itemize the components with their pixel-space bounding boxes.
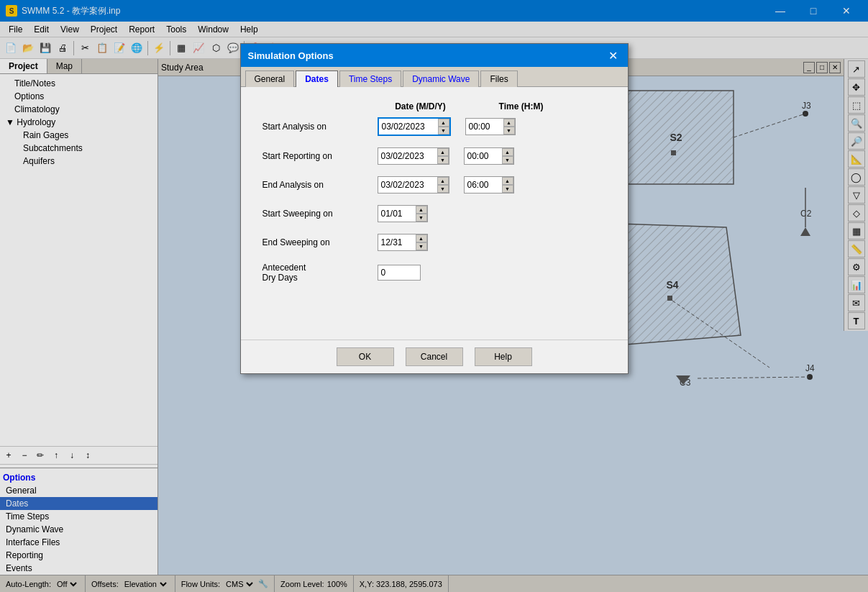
end-analysis-time-up[interactable]: ▲ (502, 177, 513, 185)
start-sweeping-date-up[interactable]: ▲ (416, 206, 427, 214)
start-analysis-date-input[interactable]: ▲ ▼ (378, 117, 451, 136)
ok-button[interactable]: OK (337, 347, 394, 366)
end-analysis-date-input[interactable]: ▲ ▼ (378, 176, 449, 193)
help-button[interactable]: Help (475, 347, 532, 366)
end-sweeping-date-down[interactable]: ▼ (416, 242, 427, 250)
start-reporting-inputs: ▲ ▼ ▲ ▼ (378, 147, 514, 165)
start-sweeping-date-spinners: ▲ ▼ (416, 206, 427, 222)
end-analysis-row: End Analysis on ▲ ▼ ▲ ▼ (262, 176, 606, 193)
end-analysis-date-down[interactable]: ▼ (437, 185, 449, 193)
dry-days-label-line1: Antecedent (262, 263, 378, 273)
end-sweeping-date-up[interactable]: ▲ (416, 234, 427, 242)
start-analysis-date-field[interactable] (379, 119, 438, 135)
dry-days-row: Antecedent Dry Days (262, 263, 606, 283)
start-reporting-date-input[interactable]: ▲ ▼ (378, 147, 449, 165)
dry-days-inputs (378, 265, 421, 281)
end-sweeping-label: End Sweeping on (262, 237, 378, 247)
form-header-row: Date (M/D/Y) Time (H:M) (378, 101, 606, 111)
start-sweeping-label: Start Sweeping on (262, 209, 378, 219)
end-sweeping-date-spinners: ▲ ▼ (416, 234, 427, 250)
end-analysis-date-field[interactable] (378, 177, 437, 193)
start-sweeping-date-down[interactable]: ▼ (416, 214, 427, 222)
start-sweeping-row: Start Sweeping on ▲ ▼ (262, 205, 606, 222)
dialog-close-button[interactable]: ✕ (606, 48, 621, 63)
start-reporting-date-spinners: ▲ ▼ (437, 148, 449, 164)
end-sweeping-row: End Sweeping on ▲ ▼ (262, 234, 606, 251)
start-reporting-label: Start Reporting on (262, 151, 378, 161)
end-sweeping-inputs: ▲ ▼ (378, 234, 428, 251)
dialog-body: Date (M/D/Y) Time (H:M) Start Analysis o… (241, 87, 628, 340)
end-analysis-time-field[interactable] (465, 177, 502, 193)
start-reporting-time-field[interactable] (465, 148, 502, 164)
tab-dynamic-wave[interactable]: Dynamic Wave (403, 70, 479, 87)
start-reporting-date-down[interactable]: ▼ (437, 156, 449, 164)
dry-days-label: Antecedent Dry Days (262, 263, 378, 283)
start-analysis-date-spinners: ▲ ▼ (438, 119, 449, 135)
dry-days-field[interactable] (378, 265, 421, 281)
tab-general[interactable]: General (245, 70, 295, 87)
start-analysis-time-up[interactable]: ▲ (503, 119, 515, 127)
tab-time-steps[interactable]: Time Steps (339, 70, 401, 87)
tab-files[interactable]: Files (480, 70, 517, 87)
start-analysis-row: Start Analysis on ▲ ▼ ▲ ▼ (262, 117, 606, 136)
start-sweeping-date-input[interactable]: ▲ ▼ (378, 205, 428, 222)
start-analysis-date-up[interactable]: ▲ (438, 119, 449, 127)
start-analysis-time-field[interactable] (466, 119, 503, 135)
time-header: Time (H:M) (478, 101, 565, 111)
end-analysis-time-input[interactable]: ▲ ▼ (464, 176, 514, 193)
end-sweeping-date-input[interactable]: ▲ ▼ (378, 234, 428, 251)
start-reporting-time-input[interactable]: ▲ ▼ (464, 147, 514, 165)
start-analysis-inputs: ▲ ▼ ▲ ▼ (378, 117, 516, 136)
tab-dates[interactable]: Dates (296, 70, 338, 87)
date-header: Date (M/D/Y) (378, 101, 464, 111)
start-analysis-date-down[interactable]: ▼ (438, 127, 449, 135)
dialog-overlay: Simulation Options ✕ General Dates Time … (0, 0, 868, 592)
start-reporting-date-up[interactable]: ▲ (437, 148, 449, 156)
start-sweeping-date-field[interactable] (378, 206, 416, 222)
start-analysis-time-input[interactable]: ▲ ▼ (465, 118, 516, 135)
end-analysis-time-spinners: ▲ ▼ (502, 177, 513, 193)
end-analysis-date-up[interactable]: ▲ (437, 177, 449, 185)
start-reporting-time-spinners: ▲ ▼ (502, 148, 513, 164)
start-analysis-time-spinners: ▲ ▼ (503, 119, 515, 135)
simulation-options-dialog: Simulation Options ✕ General Dates Time … (240, 43, 629, 374)
dialog-footer: OK Cancel Help (241, 340, 628, 373)
end-analysis-inputs: ▲ ▼ ▲ ▼ (378, 176, 514, 193)
start-reporting-time-up[interactable]: ▲ (502, 148, 513, 156)
start-sweeping-inputs: ▲ ▼ (378, 205, 428, 222)
dialog-title-bar: Simulation Options ✕ (241, 44, 628, 67)
start-reporting-row: Start Reporting on ▲ ▼ ▲ ▼ (262, 147, 606, 165)
start-reporting-date-field[interactable] (378, 148, 437, 164)
cancel-button[interactable]: Cancel (406, 347, 463, 366)
start-analysis-time-down[interactable]: ▼ (503, 127, 515, 135)
start-reporting-time-down[interactable]: ▼ (502, 156, 513, 164)
end-analysis-date-spinners: ▲ ▼ (437, 177, 449, 193)
end-analysis-time-down[interactable]: ▼ (502, 185, 513, 193)
start-analysis-label: Start Analysis on (262, 122, 378, 132)
end-analysis-label: End Analysis on (262, 180, 378, 190)
dialog-title-text: Simulation Options (248, 50, 334, 61)
dialog-tabs: General Dates Time Steps Dynamic Wave Fi… (241, 67, 628, 87)
end-sweeping-date-field[interactable] (378, 234, 416, 250)
dry-days-label-line2: Dry Days (262, 273, 378, 283)
